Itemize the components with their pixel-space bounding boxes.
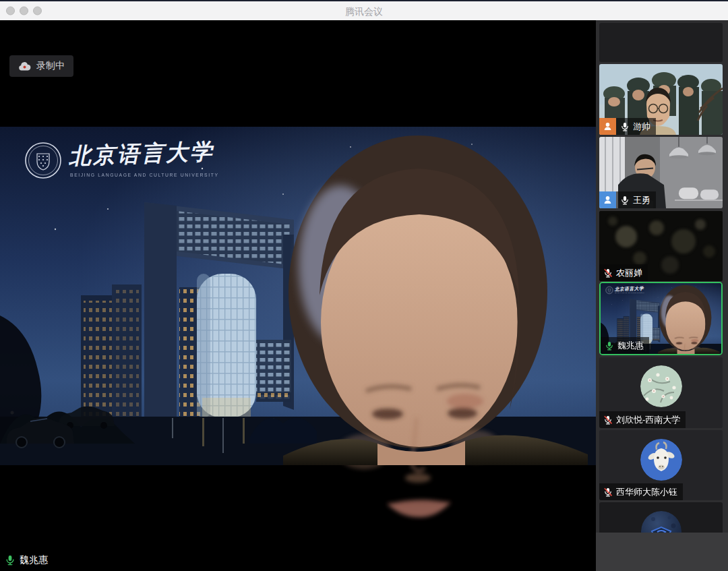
mic-muted-icon <box>603 268 613 278</box>
participant-tile[interactable]: 农丽婵 <box>599 211 723 281</box>
mic-muted-icon <box>603 415 613 425</box>
main-video[interactable]: 北京语言大学 BEIJING LANGUAGE AND CULTURE UNIV… <box>0 20 596 571</box>
cloud-record-icon <box>18 62 31 71</box>
window-title: 腾讯会议 <box>0 1 728 20</box>
main-video-stage[interactable]: 北京语言大学 BEIJING LANGUAGE AND CULTURE UNIV… <box>0 20 596 571</box>
participant-tile[interactable]: 游帅 <box>599 64 723 135</box>
participant-name: 游帅 <box>633 121 650 133</box>
mic-on-icon <box>620 196 630 205</box>
avatar <box>640 365 682 407</box>
speaker-name: 魏兆惠 <box>20 554 48 566</box>
participant-tile-partial-top[interactable] <box>599 23 723 62</box>
mic-muted-icon <box>603 487 613 497</box>
person-badge-icon <box>603 195 613 205</box>
titlebar[interactable]: 腾讯会议 <box>0 0 728 20</box>
recording-label: 录制中 <box>36 60 65 72</box>
participant-name: 王勇 <box>633 194 650 206</box>
mic-on-icon <box>620 122 630 131</box>
participant-tile-partial[interactable] <box>599 502 723 533</box>
recording-badge[interactable]: 录制中 <box>9 55 73 77</box>
participant-name: 西华师大陈小钰 <box>616 486 677 498</box>
speaker-name-label: 魏兆惠 <box>5 554 48 566</box>
member-badge <box>599 191 616 208</box>
meeting-window: 腾讯会议 <box>0 0 728 571</box>
mic-on-icon <box>5 555 16 566</box>
participant-tile-active-speaker[interactable]: 魏兆惠 <box>599 282 723 355</box>
participants-panel[interactable]: 游帅 <box>596 20 728 571</box>
avatar <box>640 439 682 481</box>
participant-tile[interactable]: 西华师大陈小钰 <box>599 430 723 500</box>
person-badge-icon <box>603 121 613 131</box>
participant-tile[interactable]: 王勇 <box>599 137 723 208</box>
mic-on-icon <box>605 341 614 351</box>
avatar <box>641 511 681 533</box>
sidebar-footer <box>596 533 728 571</box>
participant-name: 农丽婵 <box>616 267 642 279</box>
participant-name: 魏兆惠 <box>617 340 644 352</box>
participant-tile[interactable]: 刘欣悦-西南大学 <box>599 357 723 428</box>
participant-name: 刘欣悦-西南大学 <box>616 414 680 426</box>
host-badge <box>599 118 616 135</box>
